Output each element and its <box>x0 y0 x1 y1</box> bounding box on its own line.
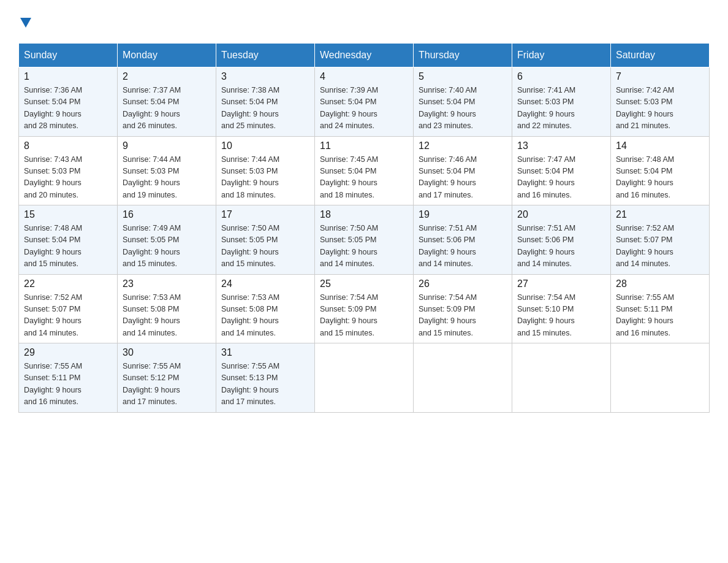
calendar-cell: 11Sunrise: 7:45 AMSunset: 5:04 PMDayligh… <box>315 136 414 205</box>
calendar-cell <box>315 343 414 413</box>
day-info: Sunrise: 7:44 AMSunset: 5:03 PMDaylight:… <box>221 154 309 202</box>
calendar-cell: 15Sunrise: 7:48 AMSunset: 5:04 PMDayligh… <box>19 205 118 275</box>
svg-marker-0 <box>20 18 31 28</box>
calendar-cell: 16Sunrise: 7:49 AMSunset: 5:05 PMDayligh… <box>118 205 216 275</box>
day-info: Sunrise: 7:54 AMSunset: 5:09 PMDaylight:… <box>419 292 507 340</box>
calendar-cell: 10Sunrise: 7:44 AMSunset: 5:03 PMDayligh… <box>216 136 315 205</box>
day-number: 29 <box>24 347 112 358</box>
day-info: Sunrise: 7:52 AMSunset: 5:07 PMDaylight:… <box>616 223 704 270</box>
calendar-header-row: SundayMondayTuesdayWednesdayThursdayFrid… <box>19 44 710 67</box>
day-info: Sunrise: 7:54 AMSunset: 5:09 PMDaylight:… <box>320 292 408 340</box>
day-header-friday: Friday <box>512 44 611 67</box>
day-info: Sunrise: 7:44 AMSunset: 5:03 PMDaylight:… <box>123 154 211 202</box>
calendar-cell: 27Sunrise: 7:54 AMSunset: 5:10 PMDayligh… <box>512 274 611 343</box>
day-info: Sunrise: 7:55 AMSunset: 5:13 PMDaylight:… <box>221 361 309 408</box>
calendar-cell: 30Sunrise: 7:55 AMSunset: 5:12 PMDayligh… <box>118 343 216 413</box>
day-number: 23 <box>123 278 211 289</box>
logo <box>18 12 31 31</box>
calendar-cell: 19Sunrise: 7:51 AMSunset: 5:06 PMDayligh… <box>414 205 512 275</box>
calendar-cell: 14Sunrise: 7:48 AMSunset: 5:04 PMDayligh… <box>611 136 710 205</box>
calendar-cell: 17Sunrise: 7:50 AMSunset: 5:05 PMDayligh… <box>216 205 315 275</box>
calendar-cell: 6Sunrise: 7:41 AMSunset: 5:03 PMDaylight… <box>512 67 611 137</box>
day-header-saturday: Saturday <box>611 44 710 67</box>
day-number: 17 <box>221 209 309 220</box>
calendar-cell: 1Sunrise: 7:36 AMSunset: 5:04 PMDaylight… <box>19 67 118 137</box>
day-number: 25 <box>320 278 408 289</box>
page-header <box>18 12 710 31</box>
day-info: Sunrise: 7:53 AMSunset: 5:08 PMDaylight:… <box>221 292 309 340</box>
day-info: Sunrise: 7:43 AMSunset: 5:03 PMDaylight:… <box>24 154 112 202</box>
day-number: 12 <box>419 140 507 151</box>
day-info: Sunrise: 7:48 AMSunset: 5:04 PMDaylight:… <box>616 154 704 202</box>
day-info: Sunrise: 7:46 AMSunset: 5:04 PMDaylight:… <box>419 154 507 202</box>
day-number: 10 <box>221 140 309 151</box>
day-header-monday: Monday <box>118 44 216 67</box>
calendar-cell: 5Sunrise: 7:40 AMSunset: 5:04 PMDaylight… <box>414 67 512 137</box>
calendar-cell: 24Sunrise: 7:53 AMSunset: 5:08 PMDayligh… <box>216 274 315 343</box>
day-info: Sunrise: 7:50 AMSunset: 5:05 PMDaylight:… <box>320 223 408 270</box>
day-header-wednesday: Wednesday <box>315 44 414 67</box>
calendar-cell: 9Sunrise: 7:44 AMSunset: 5:03 PMDaylight… <box>118 136 216 205</box>
day-info: Sunrise: 7:50 AMSunset: 5:05 PMDaylight:… <box>221 223 309 270</box>
calendar-cell: 31Sunrise: 7:55 AMSunset: 5:13 PMDayligh… <box>216 343 315 413</box>
day-info: Sunrise: 7:45 AMSunset: 5:04 PMDaylight:… <box>320 154 408 202</box>
calendar-cell: 12Sunrise: 7:46 AMSunset: 5:04 PMDayligh… <box>414 136 512 205</box>
calendar-week-5: 29Sunrise: 7:55 AMSunset: 5:11 PMDayligh… <box>19 343 710 413</box>
day-number: 26 <box>419 278 507 289</box>
day-number: 31 <box>221 347 309 358</box>
day-number: 6 <box>517 71 605 82</box>
day-info: Sunrise: 7:55 AMSunset: 5:11 PMDaylight:… <box>616 292 704 340</box>
day-number: 15 <box>24 209 112 220</box>
day-header-sunday: Sunday <box>19 44 118 67</box>
day-info: Sunrise: 7:54 AMSunset: 5:10 PMDaylight:… <box>517 292 605 340</box>
calendar-cell <box>512 343 611 413</box>
day-info: Sunrise: 7:40 AMSunset: 5:04 PMDaylight:… <box>419 85 507 132</box>
calendar-week-1: 1Sunrise: 7:36 AMSunset: 5:04 PMDaylight… <box>19 67 710 137</box>
day-number: 13 <box>517 140 605 151</box>
day-number: 14 <box>616 140 704 151</box>
day-info: Sunrise: 7:37 AMSunset: 5:04 PMDaylight:… <box>123 85 211 132</box>
day-number: 3 <box>221 71 309 82</box>
day-info: Sunrise: 7:55 AMSunset: 5:12 PMDaylight:… <box>123 361 211 408</box>
day-info: Sunrise: 7:41 AMSunset: 5:03 PMDaylight:… <box>517 85 605 132</box>
day-number: 22 <box>24 278 112 289</box>
calendar-cell: 26Sunrise: 7:54 AMSunset: 5:09 PMDayligh… <box>414 274 512 343</box>
day-number: 18 <box>320 209 408 220</box>
day-info: Sunrise: 7:47 AMSunset: 5:04 PMDaylight:… <box>517 154 605 202</box>
calendar-cell: 2Sunrise: 7:37 AMSunset: 5:04 PMDaylight… <box>118 67 216 137</box>
calendar-cell: 23Sunrise: 7:53 AMSunset: 5:08 PMDayligh… <box>118 274 216 343</box>
day-number: 30 <box>123 347 211 358</box>
day-info: Sunrise: 7:53 AMSunset: 5:08 PMDaylight:… <box>123 292 211 340</box>
calendar-cell: 13Sunrise: 7:47 AMSunset: 5:04 PMDayligh… <box>512 136 611 205</box>
calendar-cell: 3Sunrise: 7:38 AMSunset: 5:04 PMDaylight… <box>216 67 315 137</box>
calendar-cell: 22Sunrise: 7:52 AMSunset: 5:07 PMDayligh… <box>19 274 118 343</box>
day-number: 24 <box>221 278 309 289</box>
day-number: 28 <box>616 278 704 289</box>
calendar-cell <box>611 343 710 413</box>
calendar-cell: 21Sunrise: 7:52 AMSunset: 5:07 PMDayligh… <box>611 205 710 275</box>
day-number: 11 <box>320 140 408 151</box>
calendar-week-2: 8Sunrise: 7:43 AMSunset: 5:03 PMDaylight… <box>19 136 710 205</box>
calendar-cell <box>414 343 512 413</box>
day-number: 7 <box>616 71 704 82</box>
day-number: 8 <box>24 140 112 151</box>
day-number: 16 <box>123 209 211 220</box>
day-info: Sunrise: 7:51 AMSunset: 5:06 PMDaylight:… <box>419 223 507 270</box>
calendar-cell: 18Sunrise: 7:50 AMSunset: 5:05 PMDayligh… <box>315 205 414 275</box>
day-info: Sunrise: 7:51 AMSunset: 5:06 PMDaylight:… <box>517 223 605 270</box>
day-number: 9 <box>123 140 211 151</box>
calendar-cell: 29Sunrise: 7:55 AMSunset: 5:11 PMDayligh… <box>19 343 118 413</box>
day-number: 19 <box>419 209 507 220</box>
calendar-cell: 28Sunrise: 7:55 AMSunset: 5:11 PMDayligh… <box>611 274 710 343</box>
calendar-week-3: 15Sunrise: 7:48 AMSunset: 5:04 PMDayligh… <box>19 205 710 275</box>
day-number: 2 <box>123 71 211 82</box>
day-number: 21 <box>616 209 704 220</box>
calendar-cell: 7Sunrise: 7:42 AMSunset: 5:03 PMDaylight… <box>611 67 710 137</box>
day-number: 4 <box>320 71 408 82</box>
calendar-cell: 20Sunrise: 7:51 AMSunset: 5:06 PMDayligh… <box>512 205 611 275</box>
day-info: Sunrise: 7:38 AMSunset: 5:04 PMDaylight:… <box>221 85 309 132</box>
day-number: 27 <box>517 278 605 289</box>
day-info: Sunrise: 7:39 AMSunset: 5:04 PMDaylight:… <box>320 85 408 132</box>
day-info: Sunrise: 7:55 AMSunset: 5:11 PMDaylight:… <box>24 361 112 408</box>
calendar-cell: 4Sunrise: 7:39 AMSunset: 5:04 PMDaylight… <box>315 67 414 137</box>
